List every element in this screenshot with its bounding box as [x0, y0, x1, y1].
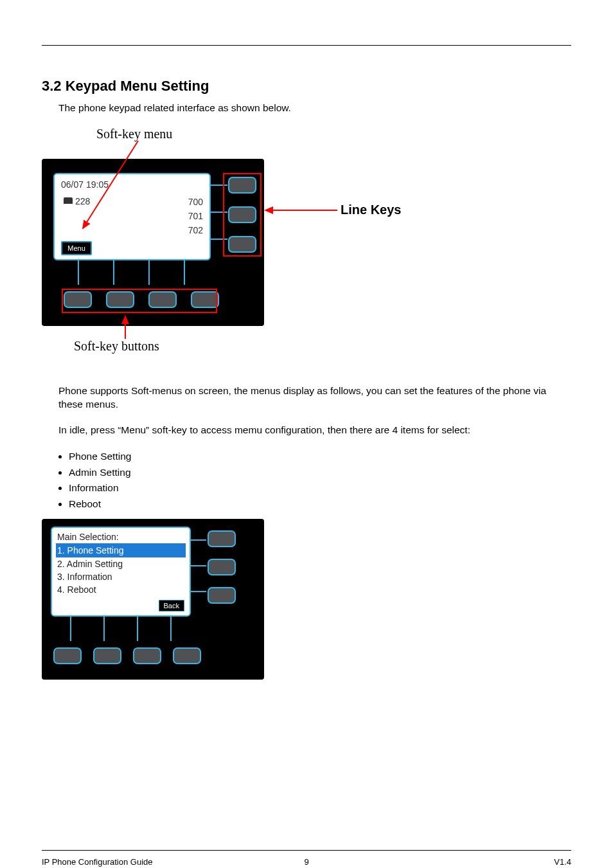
- menu-item: Reboot: [69, 496, 571, 512]
- softkey-menu-label[interactable]: Menu: [61, 241, 92, 255]
- screen-ext-number: 228: [75, 196, 90, 206]
- softmenu-intro: Phone supports Soft-menus on screen, the…: [42, 384, 571, 411]
- label-softkey-buttons: Soft-key buttons: [74, 339, 159, 354]
- intro-paragraph: The phone keypad related interface as sh…: [42, 101, 571, 115]
- line-label: 700: [188, 195, 203, 209]
- highlight-softkey-buttons: [62, 289, 217, 313]
- menu-entry[interactable]: 4. Reboot: [56, 583, 186, 596]
- menu-entry[interactable]: 2. Admin Setting: [56, 557, 186, 570]
- line-key-1[interactable]: [208, 530, 236, 547]
- phone-screen: 06/07 19:05 228 Menu 700 701 702: [53, 173, 211, 260]
- menu-entry-selected[interactable]: 1. Phone Setting: [56, 543, 186, 557]
- label-softkey-menu: Soft-key menu: [96, 127, 172, 141]
- label-line-keys: Line Keys: [341, 203, 401, 217]
- line-key-column: [208, 530, 236, 604]
- softkey-back-label[interactable]: Back: [159, 600, 184, 611]
- highlight-line-keys: [223, 173, 262, 257]
- line-labels: 700 701 702: [188, 195, 203, 237]
- menu-item: Phone Setting: [69, 449, 571, 465]
- menu-items-list: Phone Setting Admin Setting Information …: [42, 449, 571, 512]
- footer-page-number: 9: [304, 857, 308, 867]
- section-heading: 3.2 Keypad Menu Setting: [42, 78, 571, 95]
- keypad-figure: Soft-key menu Line Keys Soft-key buttons…: [42, 127, 440, 377]
- softkey-button-4[interactable]: [173, 647, 201, 664]
- softkey-button-row: [53, 647, 201, 664]
- menu-item: Information: [69, 480, 571, 496]
- menu-item: Admin Setting: [69, 465, 571, 481]
- line-label: 701: [188, 209, 203, 223]
- menu-screen-title: Main Selection:: [57, 532, 119, 542]
- softkey-button-1[interactable]: [53, 647, 82, 664]
- footer-doc-title: IP Phone Configuration Guide: [42, 857, 153, 867]
- softkey-button-3[interactable]: [133, 647, 161, 664]
- menu-screen: Main Selection: 1. Phone Setting 2. Admi…: [51, 527, 191, 617]
- handset-icon: [64, 197, 73, 204]
- footer-version: V1.4: [554, 857, 571, 867]
- menu-device-mock: Main Selection: 1. Phone Setting 2. Admi…: [42, 519, 264, 680]
- screen-datetime: 06/07 19:05: [61, 179, 109, 190]
- softkey-button-2[interactable]: [93, 647, 121, 664]
- line-label: 702: [188, 223, 203, 237]
- line-key-2[interactable]: [208, 559, 236, 575]
- softmenu-explain: In idle, press “Menu” soft-key to access…: [42, 423, 571, 437]
- line-key-3[interactable]: [208, 587, 236, 604]
- menu-entry[interactable]: 3. Information: [56, 570, 186, 583]
